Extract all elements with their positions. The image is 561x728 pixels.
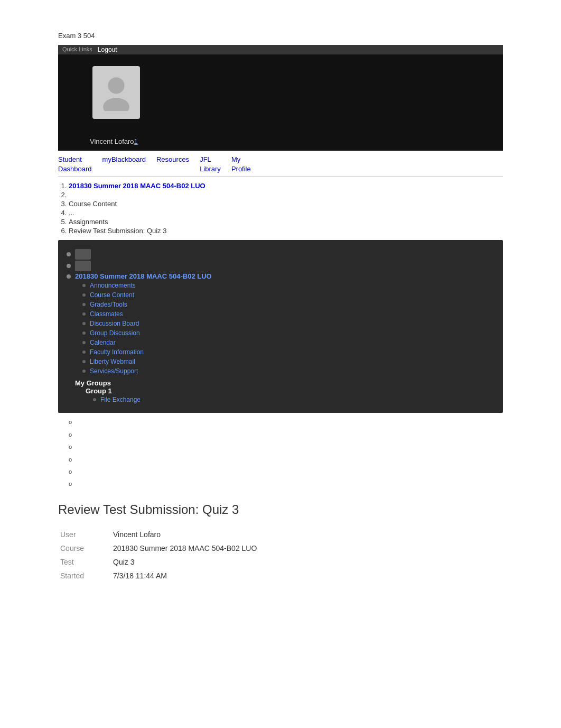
sub-bullet-announcements bbox=[82, 284, 86, 287]
nav-tabs: StudentDashboard myBlackboard Resources … bbox=[58, 155, 503, 177]
panel-course-row: 201830 Summer 2018 MAAC 504-B02 LUO bbox=[67, 272, 494, 281]
review-row-started: Started 7/3/18 11:44 AM bbox=[58, 569, 375, 583]
bullet-1 bbox=[67, 252, 71, 256]
breadcrumb-item-5: Assignments bbox=[69, 218, 108, 226]
review-label-user: User bbox=[58, 528, 111, 541]
bullet-3 bbox=[67, 274, 71, 279]
sub-bullet-discussion-board bbox=[82, 322, 86, 325]
group-sub-menu: File Exchange bbox=[67, 395, 494, 404]
header-banner: Quick Links Logout Vincent Lofaro1 bbox=[58, 45, 503, 151]
tab-jfl-library[interactable]: JFLLibrary bbox=[200, 155, 221, 174]
user-name-link[interactable]: 1 bbox=[134, 137, 138, 145]
review-heading: Review Test Submission: Quiz 3 bbox=[58, 502, 503, 517]
review-row-test: Test Quiz 3 bbox=[58, 555, 375, 569]
breadcrumb-item-1[interactable]: 201830 Summer 2018 MAAC 504-B02 LUO bbox=[69, 182, 205, 190]
sidebar-submenu: Announcements Course Content Grades/Tool… bbox=[67, 281, 494, 376]
breadcrumb: 201830 Summer 2018 MAAC 504-B02 LUO Cour… bbox=[58, 182, 503, 235]
sub-list-item-4 bbox=[69, 455, 503, 467]
sub-list-item-6 bbox=[69, 479, 503, 491]
review-value-course: 201830 Summer 2018 MAAC 504-B02 LUO bbox=[111, 541, 375, 555]
review-value-test: Quiz 3 bbox=[111, 555, 375, 569]
avatar-container bbox=[90, 61, 143, 124]
breadcrumb-item-3: Course Content bbox=[69, 200, 117, 208]
panel-row-avatar1 bbox=[67, 248, 494, 260]
sub-list-item-1 bbox=[69, 417, 503, 429]
user-name-banner: Vincent Lofaro1 bbox=[90, 137, 138, 145]
sidebar-item-group-discussion[interactable]: Group Discussion bbox=[82, 328, 494, 338]
sub-bullet-file-exchange bbox=[93, 398, 96, 401]
sub-list-item-5 bbox=[69, 467, 503, 479]
tab-resources[interactable]: Resources bbox=[156, 155, 189, 174]
sub-list-area bbox=[58, 417, 503, 491]
sub-bullet-liberty-webmail bbox=[82, 360, 86, 363]
avatar bbox=[92, 66, 140, 119]
review-value-started: 7/3/18 11:44 AM bbox=[111, 569, 375, 583]
sidebar-item-faculty-information[interactable]: Faculty Information bbox=[82, 347, 494, 357]
sidebar-item-services-support[interactable]: Services/Support bbox=[82, 366, 494, 376]
group-1-item: Group 1 bbox=[67, 387, 494, 395]
panel-row-avatar2 bbox=[67, 260, 494, 272]
review-row-user: User Vincent Lofaro bbox=[58, 528, 375, 541]
sidebar-item-grades-tools[interactable]: Grades/Tools bbox=[82, 300, 494, 309]
review-label-started: Started bbox=[58, 569, 111, 583]
breadcrumb-item-6: Review Test Submission: Quiz 3 bbox=[69, 227, 166, 235]
group-file-exchange[interactable]: File Exchange bbox=[93, 395, 494, 404]
sidebar-course-link[interactable]: 201830 Summer 2018 MAAC 504-B02 LUO bbox=[75, 272, 212, 280]
my-groups-section: My Groups Group 1 File Exchange bbox=[67, 379, 494, 404]
main-content: Review Test Submission: Quiz 3 User Vinc… bbox=[58, 502, 503, 583]
svg-point-1 bbox=[103, 98, 129, 111]
sidebar-item-announcements[interactable]: Announcements bbox=[82, 281, 494, 290]
logout-link[interactable]: Logout bbox=[98, 46, 117, 53]
sub-bullet-course-content bbox=[82, 293, 86, 297]
sub-list-item-2 bbox=[69, 430, 503, 442]
sub-bullet-services-support bbox=[82, 370, 86, 373]
quick-links-bar: Quick Links Logout bbox=[58, 45, 503, 54]
review-row-course: Course 201830 Summer 2018 MAAC 504-B02 L… bbox=[58, 541, 375, 555]
page-title: Exam 3 504 bbox=[58, 32, 95, 40]
user-name: Vincent Lofaro bbox=[90, 137, 134, 145]
sub-bullet-grades-tools bbox=[82, 303, 86, 306]
sidebar-item-calendar[interactable]: Calendar bbox=[82, 338, 494, 347]
breadcrumb-item-2 bbox=[69, 191, 71, 199]
tab-myblackboard[interactable]: myBlackboard bbox=[102, 155, 146, 174]
sub-bullet-classmates bbox=[82, 312, 86, 316]
sidebar-item-course-content[interactable]: Course Content bbox=[82, 290, 494, 300]
review-info-table: User Vincent Lofaro Course 201830 Summer… bbox=[58, 528, 375, 583]
sub-bullet-faculty-information bbox=[82, 351, 86, 354]
sub-bullet-group-discussion bbox=[82, 331, 86, 335]
dark-nav-panel: 201830 Summer 2018 MAAC 504-B02 LUO Anno… bbox=[58, 240, 503, 413]
sub-list-item-3 bbox=[69, 442, 503, 454]
my-groups-label: My Groups bbox=[67, 379, 494, 387]
tab-my-profile[interactable]: MyProfile bbox=[231, 155, 251, 174]
svg-point-0 bbox=[108, 77, 124, 94]
quick-links-label: Quick Links bbox=[62, 46, 92, 53]
breadcrumb-item-4: ... bbox=[69, 209, 74, 217]
review-label-test: Test bbox=[58, 555, 111, 569]
sidebar-item-liberty-webmail[interactable]: Liberty Webmail bbox=[82, 357, 494, 366]
sidebar-item-discussion-board[interactable]: Discussion Board bbox=[82, 319, 494, 328]
sub-bullet-calendar bbox=[82, 341, 86, 344]
bullet-2 bbox=[67, 264, 71, 268]
tab-student-dashboard[interactable]: StudentDashboard bbox=[58, 155, 92, 174]
sidebar-item-classmates[interactable]: Classmates bbox=[82, 309, 494, 319]
review-label-course: Course bbox=[58, 541, 111, 555]
review-value-user: Vincent Lofaro bbox=[111, 528, 375, 541]
